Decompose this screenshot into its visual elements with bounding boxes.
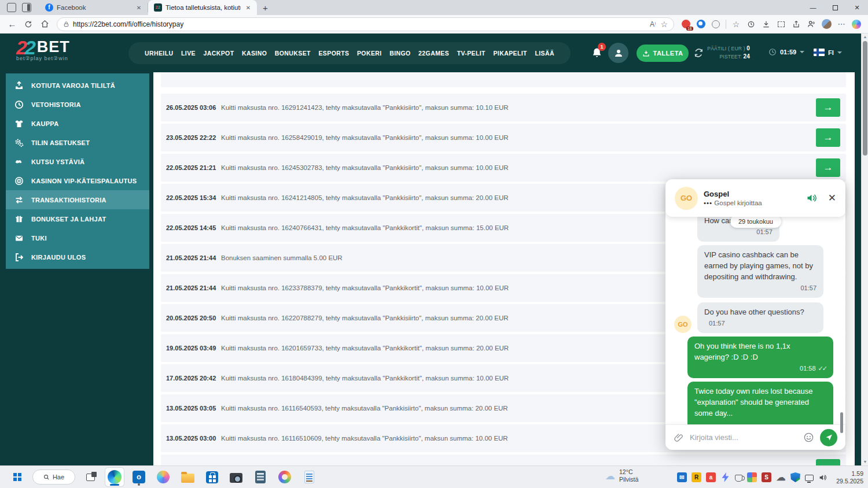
share-icon[interactable] xyxy=(789,17,803,32)
nav-item[interactable]: TV-PELIT xyxy=(457,50,486,57)
tab-close-icon[interactable]: ✕ xyxy=(135,5,143,11)
sidebar-item-bet-history[interactable]: VETOHISTORIA xyxy=(6,95,149,114)
taskbar-calculator[interactable] xyxy=(251,468,270,486)
refresh-icon[interactable] xyxy=(21,17,36,32)
chat-message-input[interactable] xyxy=(690,433,797,442)
workspaces-icon[interactable] xyxy=(7,3,16,12)
network-icon[interactable] xyxy=(805,475,814,481)
tab-actions-icon[interactable] xyxy=(22,3,31,12)
taskbar-edge[interactable] xyxy=(105,468,124,486)
send-message-button[interactable] xyxy=(820,429,837,446)
nav-item[interactable]: LISÄÄ xyxy=(535,50,554,57)
extension-blue-icon[interactable] xyxy=(694,17,708,32)
22bet-logo[interactable]: 22BET bet②play bet②win xyxy=(16,38,70,61)
tray-teams-icon[interactable]: ✉ xyxy=(677,472,687,482)
refresh-balance-icon[interactable] xyxy=(694,48,704,58)
tray-bolt-icon[interactable] xyxy=(720,472,730,482)
tray-security-shield-icon[interactable] xyxy=(790,472,800,482)
new-tab-button[interactable]: + xyxy=(263,3,268,13)
attachment-icon[interactable] xyxy=(674,432,684,443)
taskbar-copilot[interactable] xyxy=(154,468,172,486)
scroll-up-icon[interactable]: ▲ xyxy=(862,34,868,40)
copilot-icon[interactable] xyxy=(849,17,863,32)
task-view-button[interactable] xyxy=(81,468,100,486)
nav-item[interactable]: POKERI xyxy=(357,50,382,57)
nav-item[interactable]: PIKAPELIT xyxy=(493,50,527,57)
back-icon[interactable]: ← xyxy=(5,17,20,32)
chat-scrollbar-thumb[interactable] xyxy=(840,412,843,433)
profiles-icon[interactable] xyxy=(804,17,818,32)
emoji-icon[interactable] xyxy=(803,432,814,443)
sidebar-item-shop[interactable]: KAUPPA xyxy=(6,114,149,133)
tray-photos-icon[interactable] xyxy=(747,472,757,482)
account-avatar-icon[interactable] xyxy=(608,43,628,63)
profile-avatar[interactable] xyxy=(819,17,833,32)
sidebar-item-settings[interactable]: TILIN ASETUKSET xyxy=(6,133,149,152)
tray-s-app-icon[interactable]: S xyxy=(762,472,771,482)
nav-item[interactable]: KASINO xyxy=(242,50,267,57)
nav-item[interactable]: BONUKSET xyxy=(275,50,311,57)
account-balance[interactable]: PÄÄTILI ( EUR ) 0 PISTEET: 24 xyxy=(706,45,750,61)
deposit-button[interactable]: TALLETA xyxy=(637,45,689,62)
browser-menu-icon[interactable]: ⋯ xyxy=(834,17,848,32)
transaction-details-button[interactable]: → xyxy=(816,128,840,147)
transaction-details-button[interactable]: → xyxy=(816,459,840,465)
taskbar-outlook[interactable]: o xyxy=(130,468,148,486)
sidebar-item-invite-friends[interactable]: KUTSU YSTÄVIÄ xyxy=(6,152,149,171)
nav-item[interactable]: ESPORTS xyxy=(318,50,349,57)
chat-message-agent: GO Do you have other questions?01:57 xyxy=(665,302,845,333)
taskbar-notepad[interactable] xyxy=(300,468,318,486)
favorites-icon[interactable]: ☆ xyxy=(729,17,743,32)
home-icon[interactable] xyxy=(37,17,52,32)
nav-item[interactable]: LIVE xyxy=(181,50,196,57)
tab-close-icon[interactable]: ✕ xyxy=(244,5,252,11)
tab-22bet-active[interactable]: 22 Tietoa talletuksista, kotiutuksista ✕ xyxy=(148,0,257,15)
downloads-icon[interactable] xyxy=(759,17,773,32)
chat-close-icon[interactable]: ✕ xyxy=(828,192,836,204)
extension-grey-icon[interactable] xyxy=(709,17,723,32)
sidebar-item-support[interactable]: TUKI xyxy=(6,228,149,247)
nav-item[interactable]: URHEILU xyxy=(145,50,173,57)
start-button[interactable] xyxy=(8,468,27,486)
taskbar-weather[interactable]: ☁ 12°CPilvistä xyxy=(605,468,638,483)
nav-item[interactable]: BINGO xyxy=(389,50,410,57)
language-selector[interactable]: FI xyxy=(814,49,842,56)
window-maximize-button[interactable] xyxy=(824,0,846,15)
nav-item[interactable]: 22GAMES xyxy=(418,50,449,57)
window-close-button[interactable]: ✕ xyxy=(846,0,868,15)
tray-r-app-icon[interactable]: R xyxy=(692,472,701,482)
time-selector[interactable]: 01:59 xyxy=(768,48,804,56)
taskbar-file-explorer[interactable] xyxy=(178,468,197,486)
address-bar[interactable]: https://22bet.com/fi/office/historypay A… xyxy=(57,17,674,31)
transaction-details-button[interactable]: → xyxy=(816,158,840,177)
message-time: 01:57 xyxy=(704,283,816,294)
read-aloud-icon[interactable]: A⁾ xyxy=(650,20,656,28)
favorite-star-icon[interactable]: ☆ xyxy=(660,20,668,29)
taskbar-clock[interactable]: 1.5929.5.2025 xyxy=(836,470,863,485)
extension-badge-icon[interactable] xyxy=(679,17,693,32)
sidebar-item-logout[interactable]: KIRJAUDU ULOS xyxy=(6,247,149,267)
tray-java-icon[interactable] xyxy=(735,475,742,482)
sidebar-item-transaction-history[interactable]: TRANSAKTIOHISTORIA xyxy=(6,190,149,209)
taskbar-camera[interactable] xyxy=(227,468,245,486)
history-icon[interactable] xyxy=(744,17,758,32)
volume-icon[interactable] xyxy=(818,473,827,482)
transaction-details-button[interactable]: → xyxy=(816,98,840,117)
scrollbar-thumb[interactable] xyxy=(863,41,867,156)
sidebar-item-withdraw[interactable]: KOTIUTA VAROJA TILILTÄ xyxy=(6,76,149,95)
sidebar-item-bonuses[interactable]: BONUKSET JA LAHJAT xyxy=(6,209,149,228)
sidebar-item-vip-cashback[interactable]: KASINON VIP-KÄTEISPALAUTUS xyxy=(6,171,149,190)
tray-adobe-icon[interactable]: a xyxy=(706,472,716,482)
window-minimize-button[interactable]: — xyxy=(802,0,824,15)
sound-icon[interactable] xyxy=(806,192,818,204)
taskbar-store[interactable] xyxy=(203,468,221,486)
nav-item[interactable]: JACKPOT xyxy=(203,50,234,57)
scroll-down-icon[interactable]: ▼ xyxy=(862,459,868,465)
taskbar-search[interactable]: Hae xyxy=(32,469,75,485)
tray-onedrive-icon[interactable]: ☁ xyxy=(776,472,786,482)
tab-facebook[interactable]: f Facebook ✕ xyxy=(39,3,148,12)
screenshot-icon[interactable] xyxy=(774,17,788,32)
notifications-bell-icon[interactable]: 1 xyxy=(591,47,602,59)
page-scrollbar[interactable]: ▲ ▼ xyxy=(861,34,868,465)
taskbar-paint[interactable] xyxy=(275,468,294,486)
